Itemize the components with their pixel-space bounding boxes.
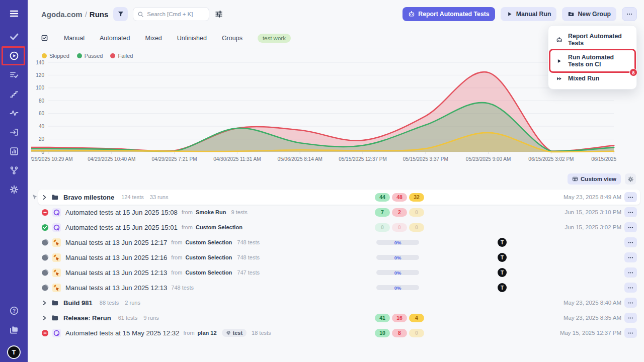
sidebar-item-library[interactable] (0, 320, 28, 339)
result-badges: 720 (375, 208, 424, 217)
tag-badge[interactable]: test (222, 329, 247, 337)
row-meta: 9 tests (231, 209, 247, 215)
tab-groups[interactable]: Groups (222, 35, 243, 42)
progress-label: 0% (376, 255, 419, 260)
row-menu-button[interactable] (624, 298, 637, 308)
user-avatar[interactable]: T (7, 345, 21, 359)
menu-item-report-automated-tests[interactable]: Report Automated Tests (550, 29, 634, 50)
library-icon (9, 325, 19, 335)
row-menu-button[interactable] (624, 283, 637, 293)
row-menu-button[interactable] (624, 222, 637, 232)
view-settings-button[interactable] (625, 173, 636, 185)
row-menu-button[interactable] (624, 252, 637, 262)
row-meta: 2 runs (125, 300, 140, 306)
settings-icon (9, 185, 19, 195)
hamburger-icon (9, 9, 19, 19)
row-meta: 61 tests (118, 315, 138, 321)
branches-icon (9, 165, 19, 175)
sidebar-item-milestones[interactable] (0, 84, 28, 104)
sidebar-item-test-plans[interactable] (0, 65, 28, 84)
more-actions-button[interactable] (622, 7, 637, 21)
run-row[interactable]: Manual tests at 13 Jun 2025 12:17from Cu… (38, 235, 640, 250)
new-group-button[interactable]: New Group (562, 7, 616, 21)
tune-icon[interactable] (214, 10, 223, 19)
assignee-avatar[interactable]: T (498, 253, 507, 262)
svg-text:05/23/2025 9:00 AM: 05/23/2025 9:00 AM (466, 156, 511, 162)
automated-run-icon (52, 329, 61, 337)
assignee-avatar[interactable]: T (498, 238, 507, 247)
area-chart[interactable]: 02040608010012014004/29/2025 10:29 AM04/… (31, 60, 616, 165)
legend-item-skipped[interactable]: Skipped (42, 53, 69, 59)
ellipsis-icon (627, 300, 634, 306)
select-runs-icon[interactable] (40, 34, 49, 42)
search-box[interactable] (133, 7, 209, 21)
failed-count-badge: 2 (392, 208, 407, 217)
row-menu-button[interactable] (624, 237, 637, 247)
svg-text:140: 140 (36, 60, 44, 65)
svg-text:05/15/2025 12:37 PM: 05/15/2025 12:37 PM (339, 156, 387, 162)
filter-button[interactable] (113, 7, 128, 21)
menu-item-label: Report Automated Tests (568, 33, 629, 47)
tab-manual[interactable]: Manual (64, 35, 85, 42)
sidebar-item-branches[interactable] (0, 161, 28, 180)
hamburger-menu-button[interactable] (7, 7, 21, 21)
row-menu-button[interactable] (624, 207, 637, 217)
sidebar-item-settings[interactable] (0, 180, 28, 199)
custom-view-label: Custom view (581, 176, 616, 182)
sidebar-item-import[interactable] (0, 123, 28, 142)
tab-mixed[interactable]: Mixed (145, 35, 162, 42)
group-row[interactable]: Bravo milestone124 tests33 runs444832May… (38, 190, 640, 205)
manual-run-button[interactable]: Manual Run (501, 7, 557, 21)
actions-dropdown-menu: Report Automated TestsRun Automated Test… (548, 25, 637, 89)
row-menu-button[interactable] (624, 192, 637, 202)
robot-icon (556, 37, 562, 43)
passed-count-badge: 10 (375, 329, 390, 337)
sidebar-item-tests[interactable] (0, 27, 28, 46)
group-row[interactable]: Build 98188 tests2 runsMay 23, 2025 8:40… (38, 295, 640, 310)
search-input[interactable] (147, 11, 205, 17)
sidebar-item-pulse[interactable] (0, 104, 28, 123)
sidebar-item-help[interactable]: ? (0, 301, 28, 320)
row-date: May 23, 2025 8:49 AM (564, 194, 621, 200)
sidebar-bottom: ? (0, 301, 28, 343)
run-row[interactable]: Automated tests at 15 Jun 2025 15:08from… (38, 205, 640, 220)
legend-item-passed[interactable]: Passed (77, 53, 103, 59)
custom-view-button[interactable]: Custom view (568, 173, 621, 185)
tab-automated[interactable]: Automated (100, 35, 130, 42)
sidebar-item-runs[interactable] (0, 46, 28, 65)
progress-bar: 0% (376, 240, 419, 245)
menu-item-label: Mixed Run (568, 75, 599, 82)
row-menu-button[interactable] (624, 267, 637, 278)
menu-item-mixed-run[interactable]: Mixed Run (550, 71, 634, 85)
assignee-avatar[interactable]: T (498, 283, 507, 292)
automated-run-icon (52, 223, 61, 232)
run-source: from Custom Selection (171, 254, 232, 260)
run-row[interactable]: Automated tests at 15 Jun 2025 15:01from… (38, 220, 640, 235)
run-row[interactable]: Manual tests at 13 Jun 2025 12:13748 tes… (38, 280, 640, 295)
funnel-icon (117, 11, 124, 18)
inprogress-status-icon (41, 254, 49, 261)
row-menu-button[interactable] (624, 313, 637, 323)
svg-text:05/06/2025 8:14 AM: 05/06/2025 8:14 AM (277, 156, 323, 162)
run-row[interactable]: Manual tests at 13 Jun 2025 12:13from Cu… (38, 265, 640, 280)
assignee-avatar[interactable]: T (498, 268, 507, 277)
menu-item-run-automated-tests-on-ci[interactable]: Run Automated Tests on CI8 (550, 50, 634, 71)
run-row[interactable]: Manual tests at 13 Jun 2025 12:16from Cu… (38, 250, 640, 265)
breadcrumb-separator: / (83, 10, 90, 19)
run-row[interactable]: Automated tests at 15 May 2025 12:32from… (38, 325, 640, 340)
row-meta: 748 tests (171, 285, 194, 291)
legend-item-failed[interactable]: Failed (110, 53, 133, 59)
group-row[interactable]: Release: Rerun61 tests9 runs41164May 23,… (38, 310, 640, 325)
breadcrumb-project[interactable]: Agoda.com (41, 10, 83, 19)
view-bar: Custom view (28, 167, 644, 185)
tab-unfinished[interactable]: Unfinished (177, 35, 207, 42)
manual-run-label: Manual Run (516, 11, 551, 18)
sidebar-item-analytics[interactable] (0, 142, 28, 161)
ellipsis-icon (626, 11, 633, 18)
row-menu-button[interactable] (624, 328, 637, 338)
legend-label: Skipped (49, 53, 69, 59)
test-plans-icon (9, 70, 19, 80)
report-automated-tests-button[interactable]: Report Automated Tests (403, 7, 495, 21)
page-title: Runs (90, 10, 109, 19)
filter-tag-badge[interactable]: test work (258, 34, 291, 43)
